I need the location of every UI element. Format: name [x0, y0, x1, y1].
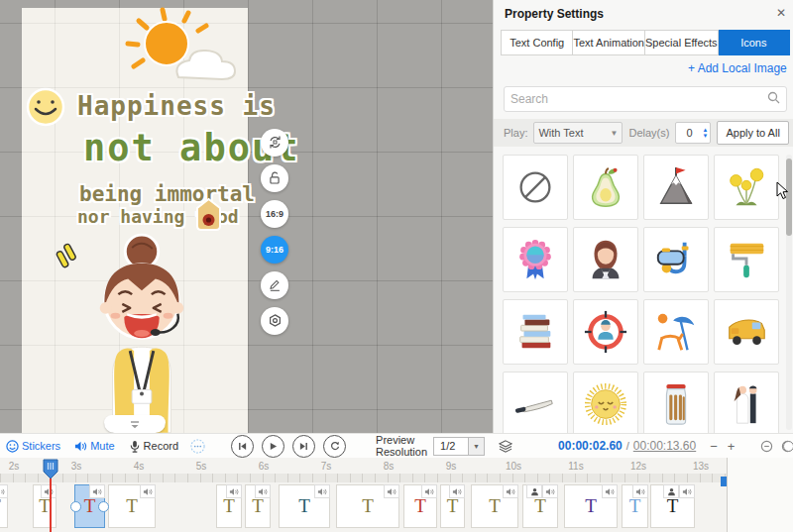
clip-badges: [503, 484, 518, 498]
apply-to-all-button[interactable]: Apply to All: [717, 121, 788, 145]
zoom-slider-knob[interactable]: [783, 441, 793, 452]
clip-badges: [421, 484, 437, 498]
clip-letter: T: [489, 495, 501, 517]
play-mode-select[interactable]: With Text ▼: [533, 122, 623, 144]
playback-toolbar: Stickers Mute Record Preview Resolution …: [0, 433, 793, 458]
ruler-label-4s: 4s: [134, 461, 145, 472]
mute-button[interactable]: Mute: [74, 440, 114, 453]
more-options-button[interactable]: [190, 439, 205, 454]
icon-tile-wedding-couple[interactable]: [714, 372, 779, 433]
clip-trim-handle-right[interactable]: [98, 501, 109, 512]
timeline-zoom-out-minus[interactable]: −: [710, 439, 718, 454]
tab-text-animation[interactable]: Text Animation: [573, 30, 645, 55]
playhead-marker[interactable]: [43, 459, 58, 479]
layers-icon: [499, 440, 512, 453]
microphone-icon: [129, 440, 141, 453]
settings-button[interactable]: [261, 307, 288, 335]
tab-special-effects[interactable]: Special Effects: [645, 30, 719, 55]
timeline-clip[interactable]: T: [279, 484, 330, 528]
timeline-clip-selected[interactable]: T: [74, 484, 105, 528]
aspect-16-9-button[interactable]: 16:9: [261, 200, 288, 228]
preview-resolution-select[interactable]: 1/2 ▼: [433, 437, 485, 456]
ellipsis-icon: [190, 439, 205, 454]
search-icon[interactable]: [767, 91, 780, 107]
aspect-9-16-button[interactable]: 9:16: [261, 236, 288, 264]
record-label: Record: [144, 440, 178, 452]
add-local-image-link[interactable]: + Add Local Image: [688, 61, 793, 75]
layers-button[interactable]: [499, 440, 512, 453]
icon-tile-paint-roller[interactable]: [714, 227, 779, 292]
timeline-clip[interactable]: T: [216, 484, 242, 528]
stepper-arrows-icon[interactable]: ▲▼: [702, 127, 710, 139]
canvas-collapse-handle[interactable]: [104, 415, 166, 433]
icon-tile-none[interactable]: [503, 155, 568, 220]
timeline-clip[interactable]: T: [471, 484, 518, 528]
smiley-sticker[interactable]: [26, 87, 65, 127]
sun-cloud-sticker[interactable]: [117, 4, 238, 89]
edit-button[interactable]: [261, 271, 288, 299]
rotate-button[interactable]: [261, 129, 288, 157]
person-icon: [663, 484, 679, 498]
search-input[interactable]: Search: [504, 86, 787, 112]
icon-tile-award-badge[interactable]: [503, 227, 568, 292]
ruler-label-8s: 8s: [384, 461, 395, 472]
clip-letter: T: [362, 495, 374, 517]
skip-end-button[interactable]: [292, 435, 315, 458]
zoom-out-icon: [760, 440, 773, 453]
icon-tile-beach[interactable]: [643, 299, 709, 365]
timeline[interactable]: 2s3s4s5s6s7s8s9s10s11s12s13sTTTTTTTTTTTT…: [0, 458, 793, 532]
clip-badges: [526, 484, 558, 498]
timeline-clip[interactable]: T: [622, 484, 648, 528]
icon-tile-van[interactable]: [714, 299, 779, 365]
timeline-clip[interactable]: T: [0, 484, 8, 528]
timeline-clip[interactable]: T: [336, 484, 399, 528]
record-button[interactable]: Record: [129, 440, 178, 453]
skip-start-button[interactable]: [231, 435, 254, 458]
play-button[interactable]: [262, 435, 284, 458]
quote-line-1[interactable]: Happiness is: [77, 91, 276, 121]
timeline-clip[interactable]: T: [564, 484, 618, 528]
stickers-label: Stickers: [22, 440, 60, 452]
quote-line-3[interactable]: being immortal: [79, 182, 255, 206]
icon-tile-sun-face[interactable]: [573, 372, 638, 433]
clip-trim-handle-left[interactable]: [70, 501, 81, 512]
timeline-ruler[interactable]: [0, 474, 727, 482]
icon-tile-diving-mask[interactable]: [643, 227, 709, 292]
person-icon: [526, 484, 542, 498]
icon-tile-mountain-flag[interactable]: [643, 155, 709, 220]
speaker-icon: [140, 484, 156, 498]
icon-tile-flowers[interactable]: [714, 155, 779, 220]
timeline-zoom-in-plus[interactable]: +: [728, 439, 736, 454]
icon-tile-target-person[interactable]: [573, 299, 638, 365]
crying-girl-sticker[interactable]: [83, 228, 200, 433]
tab-icons[interactable]: Icons: [719, 30, 790, 55]
timeline-clip[interactable]: T: [440, 484, 465, 528]
exclamation-sticker[interactable]: [54, 242, 85, 277]
unlock-button[interactable]: [261, 164, 288, 192]
icon-tile-snack-jar[interactable]: [643, 372, 709, 433]
timeline-clip[interactable]: T: [403, 484, 437, 528]
tab-text-config[interactable]: Text Config: [501, 30, 573, 55]
icon-tile-knife[interactable]: [503, 372, 568, 433]
timeline-clip[interactable]: T: [650, 484, 695, 528]
replay-button[interactable]: [323, 435, 346, 458]
settings-icon: [268, 313, 283, 330]
icon-tile-books[interactable]: [503, 299, 568, 365]
time-total[interactable]: 00:00:13.60: [633, 439, 696, 453]
icon-tile-woman[interactable]: [573, 227, 638, 292]
stickers-button[interactable]: Stickers: [6, 440, 60, 453]
speaker-icon: [632, 484, 648, 498]
timeline-clip[interactable]: T: [108, 484, 156, 528]
ruler-label-2s: 2s: [9, 461, 20, 472]
icon-tile-pear[interactable]: [573, 155, 638, 220]
timeline-clip[interactable]: T: [522, 484, 558, 528]
delay-stepper[interactable]: 0 ▲▼: [675, 122, 711, 144]
canvas-tool-buttons: 16:99:16: [261, 129, 288, 335]
ruler-label-9s: 9s: [446, 461, 457, 472]
chevron-down-icon: [129, 420, 141, 429]
close-icon[interactable]: ✕: [776, 6, 786, 20]
timeline-clip[interactable]: T: [245, 484, 271, 528]
timeline-clip[interactable]: T: [33, 484, 57, 528]
clip-letter: T: [0, 495, 1, 517]
zoom-out-button[interactable]: [760, 440, 773, 453]
